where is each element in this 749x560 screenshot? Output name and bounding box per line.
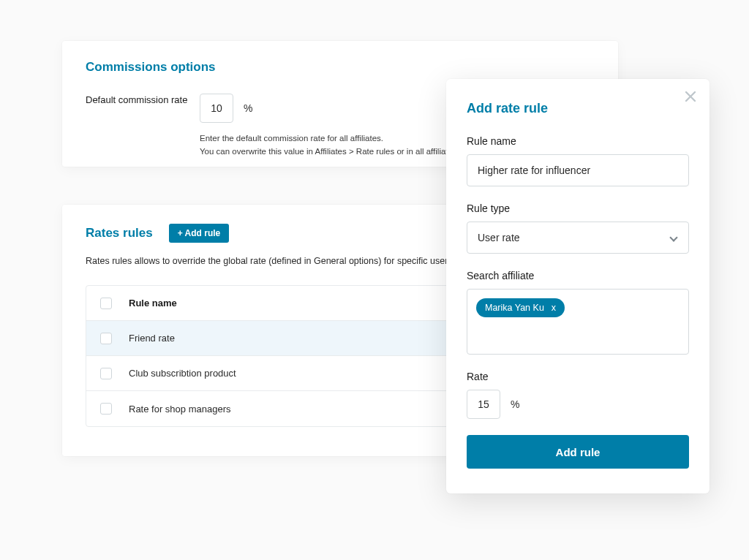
remove-tag-icon[interactable]: x [552,303,556,313]
rule-name-cell: Friend rate [126,333,462,344]
unit-percent: % [511,398,519,410]
affiliate-tag-input[interactable]: Marika Yan Ku x [467,289,689,355]
affiliate-tag: Marika Yan Ku x [476,298,565,317]
unit-percent: % [244,102,252,114]
search-affiliate-label: Search affiliate [467,270,689,281]
row-checkbox[interactable] [100,333,112,344]
rule-name-label: Rule name [467,135,689,147]
add-rule-button[interactable]: + Add rule [169,224,230,243]
modal-title: Add rate rule [467,101,689,116]
rule-type-label: Rule type [467,203,689,214]
submit-add-rule-button[interactable]: Add rule [467,435,689,469]
default-rate-label: Default commission rate [86,94,200,107]
rule-name-cell: Rate for shop managers [126,404,462,415]
rule-type-value: User rate [478,232,520,243]
commissions-title: Commissions options [86,60,595,75]
chevron-down-icon [669,233,677,241]
rates-title: Rates rules [86,226,153,241]
rate-label: Rate [467,371,689,382]
rate-input[interactable] [467,390,500,419]
row-checkbox[interactable] [100,403,112,415]
rule-name-input[interactable] [467,154,689,186]
col-name: Rule name [126,298,462,309]
rule-name-cell: Club subscribtion product [126,368,462,379]
close-icon[interactable] [683,89,698,104]
rule-type-select[interactable]: User rate [467,222,689,254]
default-rate-input[interactable] [200,94,233,123]
select-all-checkbox[interactable] [100,298,112,309]
row-checkbox[interactable] [100,368,112,379]
add-rate-rule-modal: Add rate rule Rule name Rule type User r… [446,79,710,493]
affiliate-tag-name: Marika Yan Ku [485,303,544,313]
